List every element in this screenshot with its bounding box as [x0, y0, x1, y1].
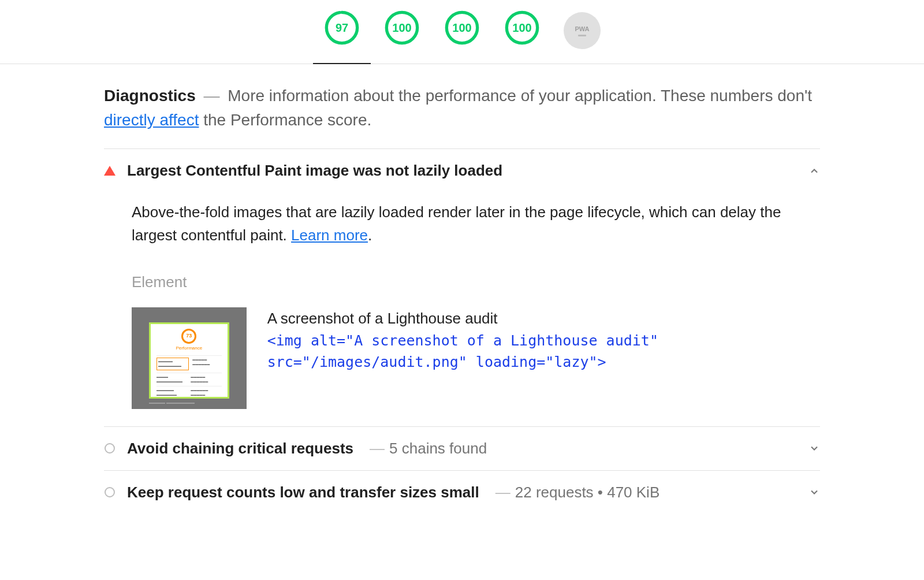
thumb-score: 73 — [181, 329, 196, 344]
audit-lcp-lazy: Largest Contentful Paint image was not l… — [104, 148, 820, 426]
audit-requests-sub: 22 requests • 470 KiB — [515, 484, 660, 501]
diagnostics-desc-pre: More information about the performance o… — [228, 87, 812, 105]
pwa-bar-icon — [578, 35, 586, 36]
audit-lcp-description: Above-the-fold images that are lazily lo… — [132, 200, 820, 247]
chevron-down-icon — [808, 443, 820, 454]
pwa-label: PWA — [575, 25, 589, 32]
gauge-best-practices-value: 100 — [452, 21, 471, 35]
fail-triangle-icon — [104, 165, 116, 177]
audit-lcp-title: Largest Contentful Paint image was not l… — [127, 162, 502, 180]
audit-lcp-toggle[interactable]: Largest Contentful Paint image was not l… — [104, 162, 820, 180]
element-thumbnail: 73 Performance ▬▬▬▬▬▬▬▬▬▬▬▬▬▬▬▬▬▬▬▬▬▬▬▬ … — [132, 307, 247, 409]
audit-chains-title: Avoid chaining critical requests — [127, 440, 353, 458]
chevron-up-icon — [808, 165, 820, 177]
learn-more-link[interactable]: Learn more — [291, 226, 368, 244]
audit-chains-sub: 5 chains found — [389, 440, 487, 457]
element-row: 73 Performance ▬▬▬▬▬▬▬▬▬▬▬▬▬▬▬▬▬▬▬▬▬▬▬▬ … — [132, 307, 820, 409]
thumb-title: Performance — [157, 345, 222, 352]
gauge-best-practices[interactable]: 100 — [444, 9, 480, 52]
element-caption: A screenshot of a Lighthouse audit — [267, 307, 820, 330]
diagnostics-link[interactable]: directly affect — [104, 111, 199, 129]
gauge-pwa[interactable]: PWA — [564, 12, 601, 49]
audit-lcp-body: Above-the-fold images that are lazily lo… — [104, 180, 820, 414]
audit-request-counts: Keep request counts low and transfer siz… — [104, 470, 820, 514]
diagnostics-desc-post: the Performance score. — [203, 111, 371, 129]
diagnostics-title: Diagnostics — [104, 87, 196, 105]
gauge-performance-value: 97 — [336, 21, 348, 35]
diagnostics-section: Diagnostics — More information about the… — [104, 64, 820, 514]
element-details: A screenshot of a Lighthouse audit <img … — [267, 307, 820, 373]
gauge-seo-value: 100 — [512, 21, 531, 35]
gauge-accessibility[interactable]: 100 — [383, 9, 420, 52]
audit-requests-title: Keep request counts low and transfer siz… — [127, 484, 479, 501]
info-circle-icon — [104, 443, 116, 454]
dash-separator: — — [203, 87, 219, 105]
audit-critical-chains-toggle[interactable]: Avoid chaining critical requests —5 chai… — [104, 440, 820, 458]
gauge-accessibility-value: 100 — [392, 21, 411, 35]
gauge-seo[interactable]: 100 — [504, 9, 541, 52]
audit-critical-chains: Avoid chaining critical requests —5 chai… — [104, 426, 820, 470]
diagnostics-header: Diagnostics — More information about the… — [104, 84, 820, 132]
element-code: <img alt="A screenshot of a Lighthouse a… — [267, 330, 820, 373]
info-circle-icon — [104, 486, 116, 498]
score-gauges-header: 97 100 100 100 PWA — [0, 0, 924, 64]
element-section-label: Element — [132, 270, 820, 293]
chevron-down-icon — [808, 486, 820, 498]
audit-request-counts-toggle[interactable]: Keep request counts low and transfer siz… — [104, 484, 820, 501]
gauge-performance[interactable]: 97 — [323, 9, 360, 52]
